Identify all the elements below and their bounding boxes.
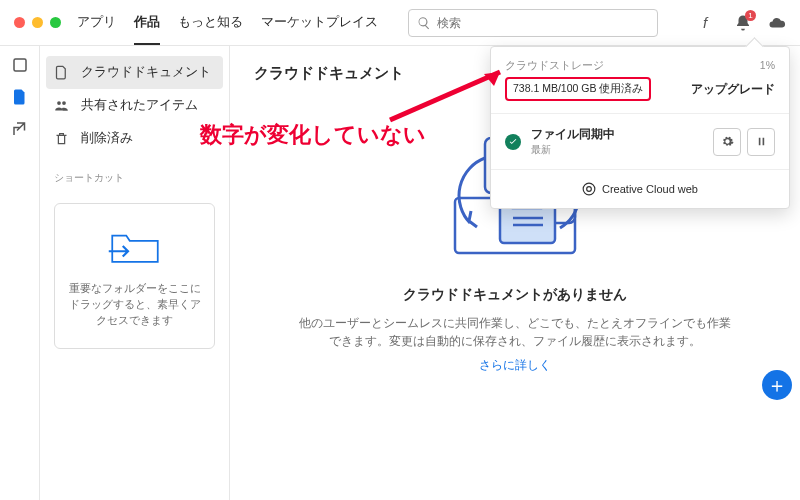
gear-button[interactable] xyxy=(713,128,741,156)
rail-share-icon[interactable] xyxy=(11,120,29,138)
storage-heading: クラウドストレージ xyxy=(505,59,604,73)
shortcut-heading: ショートカット xyxy=(40,155,229,193)
window-controls[interactable] xyxy=(14,17,61,28)
svg-point-9 xyxy=(587,187,592,192)
storage-percent: 1% xyxy=(760,59,775,73)
cloud-icon[interactable] xyxy=(768,14,786,32)
shortcut-text: 重要なフォルダーをここにドラッグすると、素早くアクセスできます xyxy=(65,281,204,328)
cc-web-link[interactable]: Creative Cloud web xyxy=(491,170,789,208)
rail-files-icon[interactable] xyxy=(11,88,29,106)
pause-icon xyxy=(755,135,768,148)
check-icon xyxy=(505,134,521,150)
bell-icon[interactable]: 1 xyxy=(734,14,752,32)
svg-text:f: f xyxy=(703,14,709,31)
search-input[interactable] xyxy=(437,16,649,30)
learn-more-link[interactable]: さらに詳しく xyxy=(479,359,551,371)
sidebar-item-cloud-docs[interactable]: クラウドドキュメント xyxy=(46,56,223,89)
sync-status: 最新 xyxy=(531,143,615,157)
rail-home-icon[interactable] xyxy=(11,56,29,74)
sidebar-item-deleted[interactable]: 削除済み xyxy=(40,122,229,155)
font-icon[interactable]: f xyxy=(700,14,718,32)
empty-text: 他のユーザーとシームレスに共同作業し、どこでも、たとえオフラインでも作業できます… xyxy=(295,314,735,351)
sidebar-item-shared[interactable]: 共有されたアイテム xyxy=(40,89,229,122)
notif-badge: 1 xyxy=(745,10,756,21)
tab-market[interactable]: マーケットプレイス xyxy=(261,1,378,45)
pause-button[interactable] xyxy=(747,128,775,156)
people-icon xyxy=(54,98,69,113)
folder-arrow-icon xyxy=(107,224,163,268)
empty-heading: クラウドドキュメントがありません xyxy=(295,286,735,304)
svg-point-8 xyxy=(583,183,595,195)
svg-rect-1 xyxy=(14,59,26,71)
tab-apps[interactable]: アプリ xyxy=(77,1,116,45)
tab-know[interactable]: もっと知る xyxy=(178,1,243,45)
cloud-popover: クラウドストレージ 1% 738.1 MB/100 GB 使用済み アップグレー… xyxy=(490,46,790,209)
search-icon xyxy=(417,16,431,30)
sidebar-item-label: 削除済み xyxy=(81,130,133,147)
tab-works[interactable]: 作品 xyxy=(134,1,160,45)
sidebar-item-label: 共有されたアイテム xyxy=(81,97,198,114)
add-fab[interactable]: ＋ xyxy=(762,370,792,400)
sync-title: ファイル同期中 xyxy=(531,126,615,143)
trash-icon xyxy=(54,131,69,146)
sidebar-item-label: クラウドドキュメント xyxy=(81,64,211,81)
upgrade-button[interactable]: アップグレード xyxy=(691,81,775,98)
search-box[interactable] xyxy=(408,9,658,37)
gear-icon xyxy=(721,135,734,148)
cc-logo-icon xyxy=(582,182,596,196)
shortcut-dropzone[interactable]: 重要なフォルダーをここにドラッグすると、素早くアクセスできます xyxy=(54,203,215,349)
storage-usage: 738.1 MB/100 GB 使用済み xyxy=(505,77,651,101)
file-icon xyxy=(54,65,69,80)
